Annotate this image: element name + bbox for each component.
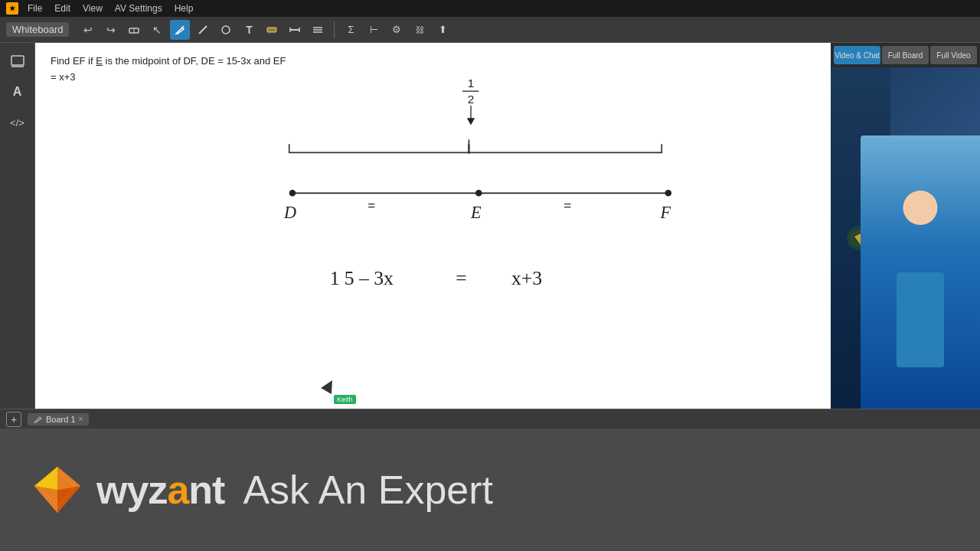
text-button[interactable]: T	[239, 20, 259, 40]
right-panel-buttons: Video & Chat Full Board Full Video	[831, 43, 980, 67]
toolbar-divider	[334, 21, 335, 38]
video-chat-button[interactable]: Video & Chat	[834, 46, 880, 64]
svg-text:1: 1	[468, 77, 475, 90]
svg-rect-12	[11, 56, 24, 65]
board-tab-close[interactable]: ×	[79, 415, 83, 423]
select-button[interactable]: ↖	[147, 20, 167, 40]
menu-edit[interactable]: Edit	[54, 3, 70, 14]
undo-button[interactable]: ↩	[78, 20, 98, 40]
line-button[interactable]	[193, 20, 213, 40]
svg-line-2	[182, 26, 184, 28]
svg-rect-5	[267, 28, 276, 32]
svg-point-4	[222, 26, 230, 34]
svg-marker-37	[57, 486, 80, 513]
bottom-bar: + Board 1 ×	[0, 409, 980, 429]
svg-marker-18	[467, 118, 475, 125]
sigma-button[interactable]: Σ	[341, 20, 361, 40]
whiteboard-tab-label: Whiteboard	[6, 22, 69, 37]
link-button[interactable]: ⛓	[410, 20, 430, 40]
circle-button[interactable]	[216, 20, 236, 40]
menu-view[interactable]: View	[83, 3, 103, 14]
whiteboard-canvas[interactable]: Find EF if E is the midpoint of DF, DE =…	[35, 43, 831, 409]
svg-text:2: 2	[468, 93, 475, 106]
wyzant-text: wyzant	[96, 467, 224, 513]
svg-text:x+3: x+3	[511, 267, 542, 289]
svg-point-22	[475, 190, 482, 197]
menu-file[interactable]: File	[28, 3, 42, 14]
eraser-button[interactable]	[124, 20, 144, 40]
app-icon: ★	[6, 2, 18, 15]
svg-line-3	[199, 26, 207, 34]
video-container	[831, 67, 980, 409]
settings-button[interactable]: ⚙	[387, 20, 407, 40]
upload-button[interactable]: ⬆	[433, 20, 452, 40]
svg-text:E: E	[470, 203, 482, 222]
full-video-button[interactable]: Full Video	[930, 46, 977, 64]
sidebar-whiteboard-icon[interactable]	[5, 49, 30, 73]
video-placeholder	[831, 67, 980, 409]
svg-text:=: =	[456, 267, 466, 289]
video-head	[903, 191, 938, 225]
wyzant-logo: wyzant	[31, 463, 224, 517]
main-area: A </> Find EF if E is the midpoint of DF…	[0, 43, 980, 409]
titlebar: ★ File Edit View AV Settings Help	[0, 0, 980, 17]
svg-text:1 5 – 3x: 1 5 – 3x	[330, 267, 394, 289]
svg-marker-35	[34, 467, 57, 490]
board-tab[interactable]: Board 1 ×	[28, 413, 89, 425]
wyzant-banner: wyzant Ask An Expert	[0, 429, 980, 551]
ruler-button[interactable]	[285, 20, 305, 40]
cursor-arrow	[321, 377, 338, 394]
svg-marker-36	[34, 486, 57, 513]
wyzant-tagline: Ask An Expert	[243, 467, 493, 513]
svg-text:D: D	[283, 203, 296, 222]
svg-marker-34	[57, 467, 80, 490]
menu-av-settings[interactable]: AV Settings	[115, 3, 162, 14]
underlined-e: E	[96, 55, 103, 67]
svg-point-23	[665, 190, 672, 197]
redo-button[interactable]: ↪	[101, 20, 121, 40]
pen-icon	[34, 415, 43, 424]
title-menu: File Edit View AV Settings Help	[28, 3, 193, 14]
whiteboard-drawings: 1 2 D E F	[35, 43, 831, 409]
video-person	[861, 135, 980, 409]
left-sidebar: A </>	[0, 43, 35, 409]
cursor-badge: Keith	[334, 395, 356, 404]
svg-text:=: =	[564, 198, 571, 213]
board-tab-label: Board 1	[46, 415, 76, 424]
full-board-button[interactable]: Full Board	[882, 46, 929, 64]
highlight-button[interactable]	[262, 20, 282, 40]
toolbar: Whiteboard ↩ ↪ ↖ T Σ ⊢ ⚙ ⛓ ⬆	[0, 17, 980, 43]
sidebar-text-icon[interactable]: A	[5, 80, 30, 104]
right-panel: Video & Chat Full Board Full Video	[831, 43, 980, 409]
add-board-button[interactable]: +	[6, 412, 21, 427]
svg-text:=: =	[368, 198, 375, 213]
sidebar-code-icon[interactable]: </>	[5, 110, 30, 135]
video-body	[897, 272, 944, 368]
lines-button[interactable]	[308, 20, 328, 40]
menu-help[interactable]: Help	[175, 3, 194, 14]
svg-text:F: F	[660, 203, 671, 222]
problem-statement: Find EF if E is the midpoint of DF, DE =…	[51, 54, 286, 86]
graph-button[interactable]: ⊢	[364, 20, 384, 40]
pen-button[interactable]	[170, 20, 190, 40]
wyzant-diamond-logo	[31, 463, 84, 517]
svg-point-21	[289, 190, 296, 197]
